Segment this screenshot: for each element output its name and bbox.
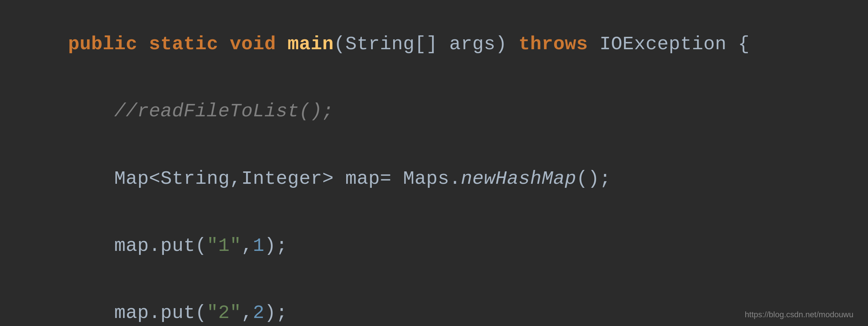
- keyword-public: public: [68, 34, 137, 55]
- comment-readfile: //readFileToList();: [114, 101, 334, 122]
- code-line-4: map.put("1",1);: [22, 212, 846, 279]
- keyword-void: void: [230, 34, 276, 55]
- keyword-throws: throws: [518, 34, 588, 55]
- method-main: main: [288, 34, 334, 55]
- code-viewer: public static void main(String[] args) t…: [0, 0, 868, 326]
- exception-ioexception: IOException: [599, 34, 726, 55]
- code-line-2: //readFileToList();: [22, 78, 846, 145]
- method-newhashmap: newHashMap: [461, 168, 576, 190]
- watermark: https://blog.csdn.net/modouwu: [745, 310, 853, 319]
- code-line-1: public static void main(String[] args) t…: [22, 11, 846, 78]
- keyword-static: static: [149, 34, 218, 55]
- code-line-3: Map<String,Integer> map= Maps.newHashMap…: [22, 145, 846, 212]
- code-line-5: map.put("2",2);: [22, 279, 846, 326]
